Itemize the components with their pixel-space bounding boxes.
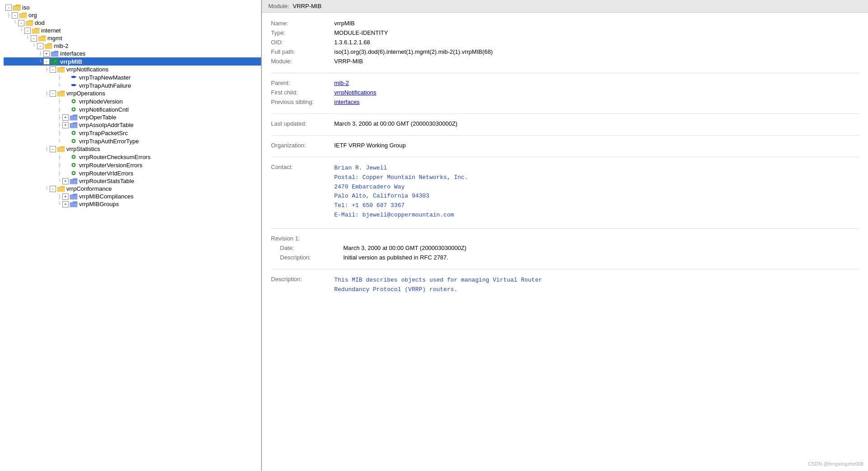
expand-vrrpConformance[interactable]: - <box>50 186 56 192</box>
tree-node-iso[interactable]: - iso <box>4 4 261 11</box>
label-org: org <box>28 12 37 19</box>
label-vrrpConformance: vrrpConformance <box>66 185 112 192</box>
tree-node-vrrpMIBCompliances[interactable]: ├ + vrrpMIBCompliances <box>4 193 261 200</box>
fullpath-row: Full path: iso(1).org(3).dod(6).internet… <box>271 48 859 55</box>
tree-node-dod[interactable]: └ - dod <box>4 19 261 27</box>
revision-desc-value: Initial version as published in RFC 2787… <box>343 254 859 261</box>
module-label: Module: <box>271 58 334 65</box>
expand-vrrpOperations[interactable]: - <box>50 90 56 97</box>
svg-point-15 <box>73 172 75 174</box>
oid-value: 1.3.6.1.2.1.68 <box>334 39 859 46</box>
tree-node-vrrpOperTable[interactable]: ├ + vrrpOperTable <box>4 113 261 121</box>
svg-point-3 <box>73 100 75 102</box>
tree-container: - iso ├ - org └ - dod <box>0 4 261 208</box>
tree-node-vrrpStatistics[interactable]: ├ - vrrpStatistics <box>4 145 261 153</box>
tree-node-vrrpTrapAuthFailure[interactable]: └ ✒ vrrpTrapAuthFailure <box>4 81 261 89</box>
tree-node-vrrpTrapPacketSrc[interactable]: ├ vrrpTrapPacketSrc <box>4 129 261 137</box>
expand-vrrpNotifications[interactable]: - <box>50 66 56 73</box>
label-vrrpMIBCompliances: vrrpMIBCompliances <box>79 193 134 200</box>
expand-vrrpRouterStatsTable[interactable]: + <box>62 178 69 184</box>
revision-date-row: Date: March 3, 2000 at 00:00 GMT (200003… <box>271 245 859 251</box>
expand-mgmt[interactable]: - <box>31 35 37 42</box>
contact-row: Contact: Brian R. Jewell Postal: Copper … <box>271 164 859 220</box>
expand-vrrpMIB[interactable]: - <box>43 58 50 65</box>
watermark: CSDN @fengxingzhe008 <box>808 461 863 466</box>
expand-vrrpMIBGroups[interactable]: + <box>62 201 69 207</box>
module-row: Module: VRRP-MIB <box>271 58 859 65</box>
expand-mib2[interactable]: - <box>37 43 43 49</box>
contact-line-2: 2470 Embarcadero Way <box>334 183 468 192</box>
tree-node-vrrpRouterVrIdErrors[interactable]: ├ vrrpRouterVrIdErrors <box>4 169 261 177</box>
gear-icon-vrrpRouterChecksumErrors <box>70 153 78 160</box>
label-vrrpNotifications: vrrpNotifications <box>66 66 108 73</box>
tree-node-vrrpRouterVersionErrors[interactable]: ├ vrrpRouterVersionErrors <box>4 161 261 169</box>
tree-node-mib2[interactable]: └ - mib-2 <box>4 42 261 50</box>
label-vrrpTrapAuthErrorType: vrrpTrapAuthErrorType <box>79 138 139 145</box>
label-vrrpOperTable: vrrpOperTable <box>79 114 116 121</box>
tree-node-org[interactable]: ├ - org <box>4 11 261 19</box>
details-content: Name: vrrpMIB Type: MODULE-IDENTITY OID:… <box>262 13 868 310</box>
folder-icon-internet <box>32 28 40 34</box>
tree-node-vrrpNotificationCntl[interactable]: ├ vrrpNotificationCntl <box>4 105 261 113</box>
label-vrrpMIB: vrrpMIB <box>60 58 82 65</box>
folder-icon-vrrpMIBGroups <box>70 201 78 207</box>
expand-internet[interactable]: - <box>24 28 31 34</box>
tree-node-vrrpNotifications[interactable]: ├ - vrrpNotifications <box>4 66 261 73</box>
tree-node-vrrpMIBGroups[interactable]: └ + vrrpMIBGroups <box>4 200 261 208</box>
expand-iso[interactable]: - <box>5 5 12 11</box>
label-vrrpNotificationCntl: vrrpNotificationCntl <box>79 106 129 113</box>
gear-icon-vrrpTrapPacketSrc <box>70 129 78 137</box>
basic-info-section: Name: vrrpMIB Type: MODULE-IDENTITY OID:… <box>271 20 859 65</box>
expand-vrrpOperTable[interactable]: + <box>62 114 69 121</box>
label-vrrpAssoIpAddrTable: vrrpAssoIpAddrTable <box>79 122 134 128</box>
folder-icon-iso <box>13 5 21 11</box>
gear-icon-vrrpRouterVersionErrors <box>70 161 78 169</box>
svg-point-1 <box>53 60 56 63</box>
tree-node-internet[interactable]: └ - internet <box>4 27 261 34</box>
contact-label: Contact: <box>271 164 334 170</box>
folder-icon-vrrpConformance <box>57 186 65 192</box>
relations-section: Parent: mib-2 First child: vrrpNotificat… <box>271 80 859 105</box>
tree-node-interfaces[interactable]: ├ + interfaces <box>4 50 261 57</box>
expand-vrrpStatistics[interactable]: - <box>50 146 56 152</box>
tree-node-vrrpOperations[interactable]: ├ - vrrpOperations <box>4 89 261 97</box>
revision-header-row: Revision 1: <box>271 235 859 242</box>
firstchild-label: First child: <box>271 89 334 96</box>
name-label: Name: <box>271 20 334 27</box>
tree-node-mgmt[interactable]: └ - mgmt <box>4 34 261 42</box>
label-vrrpStatistics: vrrpStatistics <box>66 146 100 152</box>
prevsibling-label: Previous sibling: <box>271 99 334 105</box>
expand-vrrpMIBCompliances[interactable]: + <box>62 193 69 200</box>
module-header: Module: VRRP-MIB <box>262 0 868 13</box>
label-vrrpMIBGroups: vrrpMIBGroups <box>79 201 119 207</box>
tree-node-vrrpConformance[interactable]: └ - vrrpConformance <box>4 185 261 193</box>
module-header-label: Module: <box>268 3 289 9</box>
fullpath-value[interactable]: iso(1).org(3).dod(6).internet(1).mgmt(2)… <box>334 48 859 55</box>
prevsibling-value[interactable]: interfaces <box>334 99 859 105</box>
notify-icon-vrrpTrapNewMaster: ✒ <box>70 74 78 81</box>
tree-node-vrrpRouterChecksumErrors[interactable]: ├ vrrpRouterChecksumErrors <box>4 153 261 161</box>
expand-dod[interactable]: - <box>18 20 24 26</box>
svg-point-9 <box>73 140 75 142</box>
tree-node-vrrpNodeVersion[interactable]: ├ vrrpNodeVersion <box>4 97 261 105</box>
firstchild-value[interactable]: vrrpNotifications <box>334 89 859 96</box>
folder-icon-dod <box>25 20 33 26</box>
tree-node-vrrpTrapAuthErrorType[interactable]: └ vrrpTrapAuthErrorType <box>4 137 261 145</box>
tree-node-vrrpAssoIpAddrTable[interactable]: ├ + vrrpAssoIpAddrTable <box>4 121 261 129</box>
divider1 <box>271 73 859 73</box>
expand-interfaces[interactable]: + <box>43 51 50 57</box>
contact-line-3: Palo Alto, California 94303 <box>334 192 468 201</box>
parent-value[interactable]: mib-2 <box>334 80 859 86</box>
contact-line-1: Postal: Copper Mountain Networks, Inc. <box>334 173 468 183</box>
folder-icon-vrrpStatistics <box>57 146 65 152</box>
tree-node-vrrpTrapNewMaster[interactable]: ├ ✒ vrrpTrapNewMaster <box>4 73 261 81</box>
org-label: Organization: <box>271 142 334 149</box>
label-vrrpTrapAuthFailure: vrrpTrapAuthFailure <box>79 82 131 89</box>
module-header-value: VRRP-MIB <box>293 3 322 9</box>
svg-point-7 <box>73 132 75 134</box>
expand-vrrpAssoIpAddrTable[interactable]: + <box>62 122 69 128</box>
tree-node-vrrpRouterStatsTable[interactable]: └ + vrrpRouterStatsTable <box>4 177 261 185</box>
folder-icon-vrrpOperations <box>57 90 65 97</box>
expand-org[interactable]: - <box>12 12 18 19</box>
tree-node-vrrpMIB[interactable]: └ - vrrpMIB <box>4 57 261 66</box>
